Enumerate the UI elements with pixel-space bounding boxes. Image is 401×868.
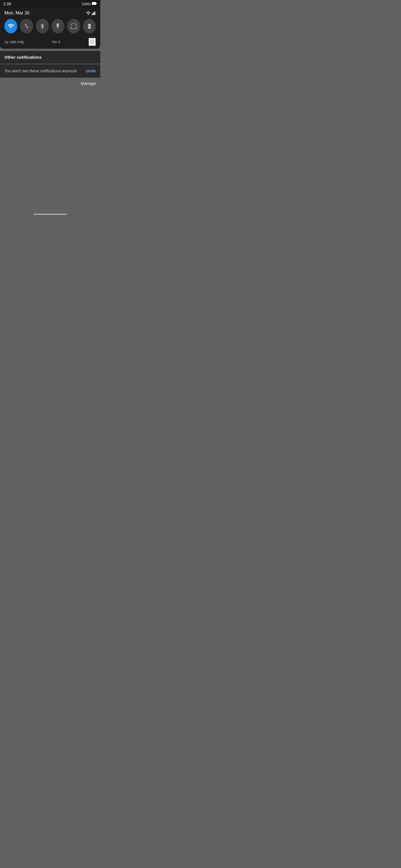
other-notifications-section: Other notifications You won't see these …	[0, 51, 100, 78]
header-signal-icons	[86, 11, 96, 15]
manage-container: Manage	[0, 78, 100, 89]
status-bar: 2:39 100%	[0, 0, 100, 8]
quick-toggles-row	[0, 18, 100, 37]
home-indicator[interactable]	[33, 214, 67, 215]
data-toggle[interactable]	[20, 19, 33, 33]
svg-rect-1	[96, 3, 97, 4]
svg-rect-3	[93, 12, 94, 15]
date-text: Mon, Mar 30	[4, 10, 30, 16]
svg-rect-5	[95, 11, 96, 15]
svg-rect-2	[92, 13, 93, 15]
calls-only-label: cy calls only	[4, 40, 24, 44]
bluetooth-toggle[interactable]	[36, 19, 49, 33]
battery-percentage: 100%	[82, 2, 91, 6]
wifi-signal-icon	[86, 11, 91, 15]
rotation-toggle[interactable]	[67, 19, 80, 33]
settings-gear-button[interactable]	[89, 38, 96, 46]
flashlight-toggle[interactable]	[52, 19, 64, 33]
manage-button[interactable]: Manage	[81, 81, 96, 86]
svg-rect-4	[94, 12, 95, 15]
battery-saver-toggle[interactable]	[83, 19, 96, 33]
notification-panel: Mon, Mar 30	[0, 8, 100, 49]
other-notifications-header: Other notifications	[0, 51, 100, 64]
battery-icon	[92, 2, 97, 6]
cell-signal-icon	[92, 11, 96, 15]
gray-background	[0, 89, 100, 217]
status-time: 2:39	[3, 2, 11, 6]
quick-settings-header: Mon, Mar 30	[0, 8, 100, 18]
dismissed-notification-text: You won't see these notifications anymor…	[4, 69, 77, 73]
wifi-toggle[interactable]	[4, 19, 17, 33]
other-notifications-title: Other notifications	[4, 55, 41, 60]
svg-rect-0	[92, 2, 96, 5]
dismissed-notification-card: You won't see these notifications anymor…	[0, 64, 100, 78]
no-sim-label: No S	[52, 40, 60, 44]
drag-handle	[45, 49, 56, 50]
quick-settings-footer: cy calls only No S	[0, 37, 100, 49]
undo-button[interactable]: Undo	[86, 69, 96, 73]
status-icons: 100%	[82, 2, 97, 6]
